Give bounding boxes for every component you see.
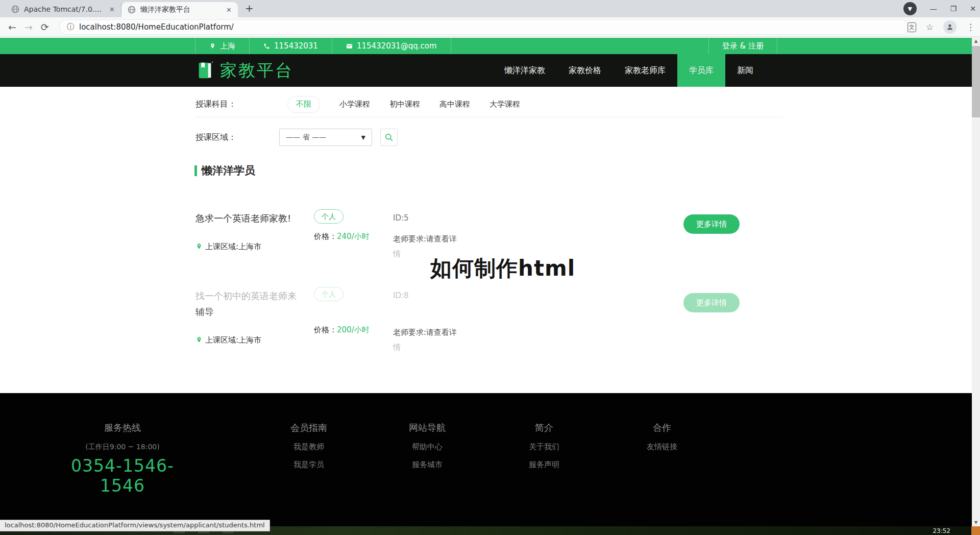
brand-title: 家教平台 [220,59,293,82]
footer-column: 合作 友情链接 [621,422,703,452]
subject-filter-label: 授课科目： [195,99,279,110]
main-navbar: 家教平台 懒洋洋家教 家教价格 家教老师库 学员库 新闻 [0,54,980,87]
scroll-up-icon[interactable]: ▲ [972,37,980,45]
province-select[interactable]: —— 省 —— ▼ [279,129,372,146]
browser-window: Apache Tomcat/7.0.72 - Error ✕ 懒洋洋家教平台 ✕… [0,0,980,535]
footer-link[interactable]: 关于我们 [503,442,585,452]
student-card: 找一个初中的英语老师来 辅导 个人 ID:8 更多详情 上课区域:上海市 价格：… [195,288,785,355]
envelope-icon [346,43,353,50]
profile-chevron-button[interactable]: ▼ [903,2,917,15]
nav-item-home[interactable]: 懒洋洋家教 [493,54,557,87]
tab-strip: Apache Tomcat/7.0.72 - Error ✕ 懒洋洋家教平台 ✕… [0,0,980,17]
subject-option-senior[interactable]: 高中课程 [439,100,470,109]
address-bar: ← → ⟳ ⓘ localhost:8080/HomeEducationPlat… [0,17,980,37]
footer-column-title: 会员指南 [268,422,350,434]
new-tab-button[interactable]: + [245,2,254,14]
teacher-requirement: 老师要求:请查看详 情 [393,325,785,355]
forward-button[interactable]: → [24,21,33,33]
footer-link[interactable]: 友情链接 [621,442,703,452]
address-bar-icons: 文 ☆ ⋮ [908,17,975,37]
footer-link[interactable]: 我是教师 [268,442,350,452]
footer-link[interactable]: 服务声明 [503,460,585,470]
phone-icon [263,43,270,50]
reload-button[interactable]: ⟳ [41,21,49,33]
search-button[interactable] [380,129,398,146]
nav-menu: 懒洋洋家教 家教价格 家教老师库 学员库 新闻 [493,54,765,87]
globe-favicon-icon [11,5,19,13]
bookmark-star-icon[interactable]: ☆ [926,22,934,32]
service-hotline-number: 0354-1546-1546 [56,456,189,496]
footer-hours-note: (工作日9:00 ~ 18:00) [56,443,189,452]
email-info: 115432031@qq.com [332,38,451,54]
footer-column: 会员指南 我是教师我是学员 [268,422,350,470]
login-register-link[interactable]: 登录 & 注册 [708,38,777,54]
url-text: localhost:8080/HomeEducationPlatform/ [79,22,234,32]
url-field[interactable]: ⓘ localhost:8080/HomeEducationPlatform/ [59,19,909,35]
footer-column: 网站导航 帮助中心服务城市 [386,422,468,470]
student-title: 找一个初中的英语老师来 辅导 [195,288,314,320]
subject-filter-row: 授课科目： 不限 小学课程 初中课程 高中课程 大学课程 [195,96,520,113]
section-title: 懒洋洋学员 [202,163,255,178]
close-tab-icon[interactable]: ✕ [226,6,232,14]
profile-avatar[interactable] [943,20,957,34]
brand[interactable]: 家教平台 [195,54,293,87]
subject-option-junior[interactable]: 初中课程 [389,100,420,109]
region-filter-label: 授课区域： [195,132,279,143]
section-heading: 懒洋洋学员 [194,163,255,178]
subject-option-college[interactable]: 大学课程 [489,100,520,109]
more-details-button[interactable]: 更多详情 [683,214,740,234]
person-icon [946,23,954,31]
footer-link[interactable]: 服务城市 [386,460,468,470]
vertical-scrollbar[interactable]: ▲ ▼ [972,37,980,526]
tab-home-education[interactable]: 懒洋洋家教平台 ✕ [121,2,238,17]
footer-column-title: 网站导航 [386,422,468,434]
book-logo-icon [195,61,215,80]
footer-column-title: 简介 [503,422,585,434]
price: 价格：240/小时 [314,232,393,261]
footer-link[interactable]: 我是学员 [268,460,350,470]
class-region: 上课区域:上海市 [195,232,314,261]
tab-title: 懒洋洋家教平台 [140,5,222,14]
tab-tomcat-error[interactable]: Apache Tomcat/7.0.72 - Error ✕ [5,3,121,15]
page-info-icon[interactable]: ⓘ [67,22,74,32]
window-controls: ▼ — ❐ ✕ [903,0,976,17]
back-button[interactable]: ← [8,21,16,33]
scrollbar-thumb[interactable] [972,46,980,117]
globe-favicon-icon [128,6,136,14]
footer-column-title: 服务热线 [56,422,189,434]
nav-item-news[interactable]: 新闻 [725,54,765,87]
close-tab-icon[interactable]: ✕ [109,6,115,13]
scroll-down-icon[interactable]: ▼ [972,518,980,526]
close-window-button[interactable]: ✕ [970,5,976,13]
location-info: 上海 [195,38,249,54]
chevron-down-icon: ▼ [361,134,365,141]
taskbar-corner-icon [971,526,980,535]
search-icon [384,133,394,142]
taskbar-clock: 23:52 [933,527,950,534]
location-pin-icon [195,336,203,344]
footer-column: 简介 关于我们服务声明 [503,422,585,470]
location-pin-icon [209,43,216,50]
nav-item-prices[interactable]: 家教价格 [557,54,613,87]
class-region: 上课区域:上海市 [195,325,314,355]
phone-info: 115432031 [249,38,332,54]
region-filter-row: 授课区域： —— 省 —— ▼ [195,129,398,146]
more-details-button[interactable]: 更多详情 [683,293,740,312]
student-type-badge: 个人 [314,209,344,224]
footer: 服务热线 (工作日9:00 ~ 18:00) 0354-1546-1546 会员… [0,393,980,526]
filter-divider [195,117,783,117]
province-select-value: —— 省 —— [286,133,326,142]
footer-link[interactable]: 帮助中心 [386,442,468,452]
price: 价格：200/小时 [314,325,393,355]
minimize-button[interactable]: — [930,5,937,13]
subject-option-primary[interactable]: 小学课程 [339,100,370,109]
nav-item-teachers[interactable]: 家教老师库 [613,54,677,87]
translate-icon[interactable]: 文 [908,22,916,32]
subject-option-any[interactable]: 不限 [287,96,320,113]
heading-accent-bar [194,165,197,176]
restore-button[interactable]: ❐ [950,5,957,13]
nav-item-students[interactable]: 学员库 [677,54,725,87]
footer-column: 服务热线 (工作日9:00 ~ 18:00) 0354-1546-1546 [56,422,189,496]
watermark-text: 如何制作html [430,254,575,283]
browser-menu-icon[interactable]: ⋮ [966,22,975,32]
